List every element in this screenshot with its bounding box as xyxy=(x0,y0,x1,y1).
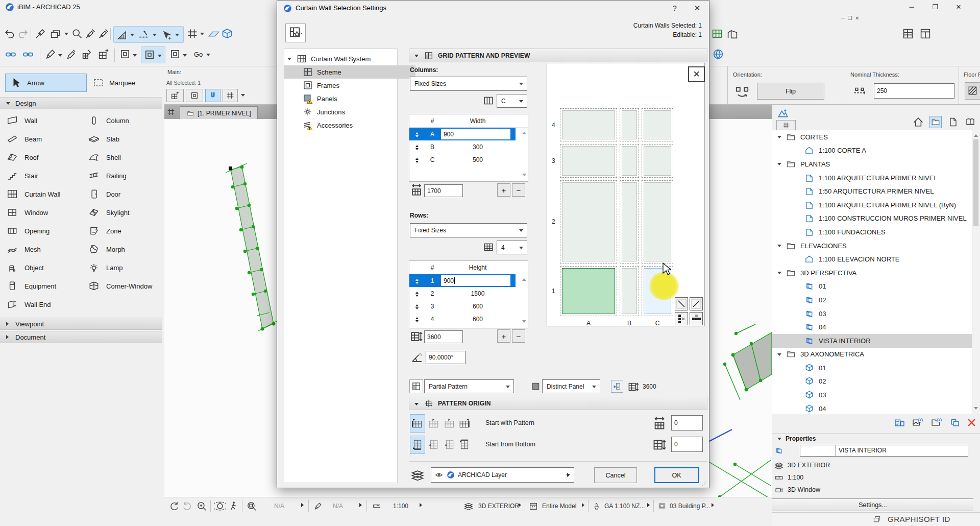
pen-arrow[interactable] xyxy=(58,54,62,59)
menu-item[interactable] xyxy=(53,18,63,20)
tool-item[interactable]: Corner-Window xyxy=(82,277,162,295)
project-map-tab-icon[interactable] xyxy=(912,116,924,128)
tool-item[interactable]: Morph xyxy=(82,240,162,258)
navigator-item[interactable]: 1:100 ARQUITECTURA PRIMER NIVEL xyxy=(772,171,980,185)
row-pattern-button[interactable] xyxy=(690,312,703,325)
remove-row-button[interactable]: − xyxy=(512,329,525,343)
navigator-item[interactable]: 04 xyxy=(772,320,980,334)
snap-grid-arrow[interactable] xyxy=(200,33,204,37)
restore-button[interactable]: ❐ xyxy=(925,1,945,13)
rows-scheme-dropdown[interactable]: Fixed Sizes xyxy=(410,223,527,237)
tool-item[interactable]: Window xyxy=(0,203,82,222)
ok-button[interactable]: OK xyxy=(654,467,699,483)
infobox-arrow[interactable] xyxy=(241,94,245,99)
structure-filter-icon[interactable] xyxy=(529,501,538,511)
layer-dropdown[interactable]: ARCHICAD Layer xyxy=(431,467,574,483)
pen-set-status-icon[interactable] xyxy=(593,501,601,511)
navigator-item[interactable]: 1:100 CORTE A xyxy=(772,144,980,158)
row-row-2[interactable]: 2 1500 xyxy=(409,287,516,300)
marquee-tool[interactable]: Marquee xyxy=(88,74,162,92)
column-pattern-button[interactable] xyxy=(675,312,688,325)
coordinate-input-icon[interactable] xyxy=(160,29,174,42)
tool-item[interactable]: Roof xyxy=(0,148,82,166)
tool-item[interactable]: Stair xyxy=(0,166,82,185)
tool-item[interactable]: Column xyxy=(82,111,162,130)
forward-icon[interactable] xyxy=(182,500,193,512)
view-name-field[interactable]: VISTA INTERIOR xyxy=(836,445,968,457)
orbit-icon[interactable] xyxy=(214,500,226,512)
floor-plan-tab[interactable]: [1. PRIMER NIVEL] xyxy=(180,106,258,119)
chain-icon[interactable] xyxy=(21,47,35,61)
navigator-item[interactable]: 3D AXONOMETRICA xyxy=(772,348,980,362)
partial-pattern-dropdown[interactable]: Partial Pattern xyxy=(424,379,514,393)
preview-cell-B2[interactable] xyxy=(620,180,639,264)
origin-center-right-button[interactable] xyxy=(442,414,457,433)
resize-grip[interactable]: ⋰ xyxy=(702,481,707,486)
cancel-button[interactable]: Cancel xyxy=(594,467,637,483)
partial-structure-icon[interactable] xyxy=(143,48,156,61)
favorites-button[interactable] xyxy=(285,23,306,42)
navigator-item[interactable]: ELEVACIONES xyxy=(772,239,980,253)
column-width-input[interactable]: 900 xyxy=(441,129,510,139)
close-button[interactable]: ✕ xyxy=(948,1,969,13)
add-row-button[interactable]: + xyxy=(497,329,510,343)
layer-combination-icon[interactable] xyxy=(463,501,474,511)
status-scale[interactable]: 1:100 xyxy=(393,503,408,510)
snap-grid-icon[interactable] xyxy=(186,27,199,40)
navigator-item[interactable]: 1:100 FUNDACIONES xyxy=(772,225,980,239)
navigator-scrollbar[interactable] xyxy=(972,130,980,414)
tool-item[interactable]: Mesh xyxy=(0,240,82,258)
table2-scroll-up[interactable] xyxy=(522,276,526,281)
navigator-item[interactable]: 02 xyxy=(772,293,980,307)
display-order-icon[interactable] xyxy=(168,47,182,61)
status-pen-set[interactable]: GA 1:100 NZ... xyxy=(604,503,645,510)
flip-button[interactable]: Flip xyxy=(757,83,824,100)
column-row-A[interactable]: A 900 xyxy=(409,128,516,140)
tree-item[interactable]: Scheme xyxy=(284,65,415,79)
tab-grid-icon[interactable] xyxy=(166,107,176,116)
pattern-display-icon[interactable] xyxy=(409,379,423,393)
menu-item[interactable] xyxy=(33,18,43,20)
row-row-3[interactable]: 3 600 xyxy=(409,300,516,313)
gravity-icon[interactable] xyxy=(205,89,220,102)
doc-window-controls[interactable]: ─ ❐ ✕ xyxy=(841,15,860,21)
favorites-dropdown-arrow[interactable] xyxy=(64,33,68,37)
save-view-icon[interactable] xyxy=(912,417,923,428)
undo-icon[interactable] xyxy=(3,27,16,40)
grid-tool-icon[interactable] xyxy=(97,47,110,61)
add-column-button[interactable]: + xyxy=(497,183,510,197)
guide-lines-icon[interactable] xyxy=(115,29,129,42)
graphisoft-id-label[interactable]: GRAPHISOFT ID xyxy=(888,515,950,523)
diagonal-left-button[interactable] xyxy=(675,297,688,310)
tool-item[interactable]: Zone xyxy=(82,222,162,240)
panel-class-dropdown[interactable]: Distinct Panel xyxy=(542,379,600,393)
tree-root[interactable]: Curtain Wall System xyxy=(284,52,409,65)
tool-item[interactable]: Skylight xyxy=(82,203,162,222)
redo-icon[interactable] xyxy=(16,27,30,40)
preview-cell-B3[interactable] xyxy=(620,144,639,177)
status-layout[interactable]: 03 Building P... xyxy=(670,503,710,510)
preview-cell-B4[interactable] xyxy=(620,108,639,141)
minimize-button[interactable]: ─ xyxy=(901,1,922,13)
navigator-item[interactable]: 02 xyxy=(772,375,980,389)
column-row-C[interactable]: C 500 xyxy=(409,153,516,166)
preview-cell-C2[interactable] xyxy=(642,180,673,264)
menu-item[interactable] xyxy=(43,18,53,20)
building-view-icon[interactable] xyxy=(726,27,739,40)
navigator-item[interactable]: PLANTAS xyxy=(772,157,980,171)
snap-guides-arrow[interactable] xyxy=(153,34,157,38)
preview-cell-A2[interactable] xyxy=(560,180,617,264)
row-row-4[interactable]: 4 600 xyxy=(409,313,516,325)
tool-item[interactable]: Wall xyxy=(0,111,82,130)
navigator-item[interactable]: 01 xyxy=(772,361,980,375)
menu-item[interactable] xyxy=(63,18,74,20)
angle-field[interactable]: 90.0000° xyxy=(426,351,465,364)
layout-book-icon[interactable] xyxy=(919,27,932,40)
transfer-settings-icon[interactable] xyxy=(611,380,623,393)
dialog-title-bar[interactable]: Curtain Wall Selection Settings ? ✕ xyxy=(277,1,709,16)
grid-pattern-section[interactable]: GRID PATTERN AND PREVIEW xyxy=(409,49,707,62)
marquee-display-arrow[interactable] xyxy=(133,54,137,59)
status-arrow-6[interactable] xyxy=(647,503,652,507)
tree-item[interactable]: Junctions xyxy=(284,105,415,118)
row-row-1[interactable]: 1 900 xyxy=(409,274,516,287)
